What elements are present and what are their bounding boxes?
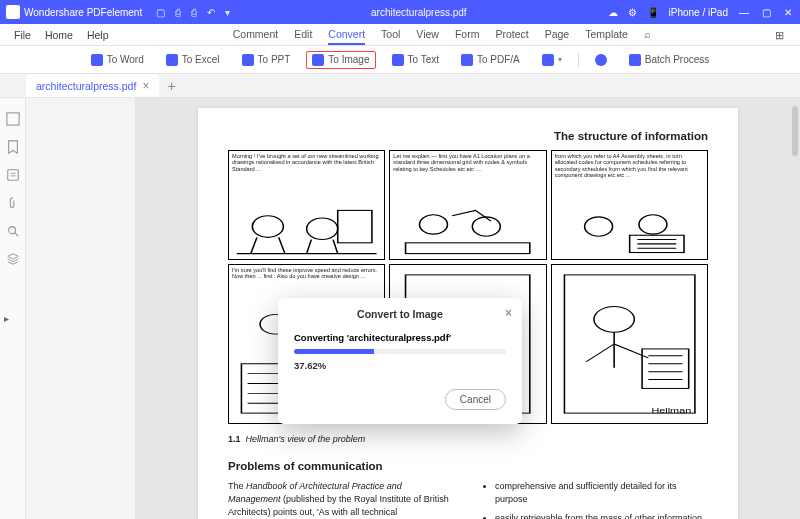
svg-point-6 — [252, 216, 283, 238]
svg-point-12 — [584, 217, 612, 236]
to-excel-button[interactable]: To Excel — [160, 51, 226, 69]
vertical-scrollbar[interactable] — [792, 106, 798, 156]
layers-icon[interactable] — [6, 252, 20, 266]
titlebar-quick-actions: ▢ ⎙ ⎙ ↶ ▾ — [156, 7, 230, 18]
to-ppt-label: To PPT — [258, 54, 291, 65]
convert-dialog: Convert to Image × Converting 'architect… — [278, 298, 522, 424]
menu-file[interactable]: File — [14, 29, 31, 41]
convert-toolbar: To Word To Excel To PPT To Image To Text… — [0, 46, 800, 74]
search-icon[interactable]: ⌕ — [644, 25, 651, 45]
svg-point-7 — [307, 218, 338, 240]
to-word-label: To Word — [107, 54, 144, 65]
minimize-button[interactable]: — — [738, 7, 750, 18]
workspace: ▸ The structure of information Morning !… — [0, 98, 800, 519]
print-icon[interactable]: ⎙ — [191, 7, 197, 18]
tab-tool[interactable]: Tool — [381, 25, 400, 45]
comic-panel: Morning ! I've brought a set of our new … — [228, 150, 385, 260]
body-text: The Handbook of Architectural Practice a… — [228, 481, 449, 519]
dialog-converting-label: Converting 'architecturalpress.pdf' — [294, 332, 506, 343]
close-window-button[interactable]: ✕ — [782, 7, 794, 18]
to-text-label: To Text — [408, 54, 440, 65]
book-title-italic: Handbook of Architectural Practice and M… — [228, 481, 402, 504]
to-text-button[interactable]: To Text — [386, 51, 446, 69]
notes-icon[interactable] — [6, 168, 20, 182]
open-icon[interactable]: ▢ — [156, 7, 165, 18]
figure-caption: 1.1 Hellman's view of the problem — [228, 434, 708, 444]
comic-caption: from which you refer to A4 Assembly shee… — [555, 153, 704, 179]
tab-form[interactable]: Form — [455, 25, 480, 45]
redo-icon[interactable]: ▾ — [225, 7, 230, 18]
more-formats-button[interactable]: ▾ — [536, 51, 568, 69]
tab-page[interactable]: Page — [545, 25, 570, 45]
tab-edit[interactable]: Edit — [294, 25, 312, 45]
prev-page-handle[interactable]: ▸ — [0, 309, 13, 328]
grid-icon[interactable]: ⊞ — [775, 29, 784, 41]
figure-number: 1.1 — [228, 434, 241, 444]
two-column-text: The Handbook of Architectural Practice a… — [228, 480, 708, 519]
share-icon[interactable]: ☁ — [608, 7, 618, 18]
dialog-title: Convert to Image × — [278, 298, 522, 326]
tab-protect[interactable]: Protect — [495, 25, 528, 45]
converting-filename: 'architecturalpress.pdf' — [347, 332, 451, 343]
app-name: Wondershare PDFelement — [24, 7, 142, 18]
svg-rect-8 — [338, 210, 372, 242]
word-icon — [91, 54, 103, 66]
toolbar-separator — [578, 52, 579, 68]
titlebar: Wondershare PDFelement ▢ ⎙ ⎙ ↶ ▾ archite… — [0, 0, 800, 24]
progress-percent: 37.62% — [294, 360, 506, 371]
phone-icon[interactable]: 📱 — [647, 7, 659, 18]
maximize-button[interactable]: ▢ — [760, 7, 772, 18]
ppt-icon — [242, 54, 254, 66]
to-image-button[interactable]: To Image — [306, 51, 375, 69]
figure-text: Hellman's view of the problem — [246, 434, 366, 444]
settings-icon[interactable]: ⚙ — [628, 7, 637, 18]
document-tab[interactable]: architecturalpress.pdf × — [26, 74, 159, 97]
search-nav-icon[interactable] — [6, 224, 20, 238]
tab-template[interactable]: Template — [585, 25, 628, 45]
batch-process-button[interactable]: Batch Process — [623, 51, 715, 69]
batch-icon — [629, 54, 641, 66]
svg-rect-20 — [564, 275, 694, 413]
menu-help[interactable]: Help — [87, 29, 109, 41]
menu-home[interactable]: Home — [45, 29, 73, 41]
document-tabbar: architecturalpress.pdf × + — [0, 74, 800, 98]
excel-icon — [166, 54, 178, 66]
tab-view[interactable]: View — [416, 25, 439, 45]
caret-down-icon: ▾ — [558, 55, 562, 64]
comic-caption: I'm sure you'll find these improve speed… — [232, 267, 381, 280]
section-heading: Problems of communication — [228, 460, 708, 472]
undo-icon[interactable]: ↶ — [207, 7, 215, 18]
app-logo-icon — [6, 5, 20, 19]
batch-settings-button[interactable] — [589, 51, 613, 69]
tab-convert[interactable]: Convert — [328, 25, 365, 45]
new-tab-button[interactable]: + — [167, 78, 175, 94]
device-label: iPhone / iPad — [669, 7, 729, 18]
save-icon[interactable]: ⎙ — [175, 7, 181, 18]
cancel-button[interactable]: Cancel — [445, 389, 506, 410]
to-ppt-button[interactable]: To PPT — [236, 51, 297, 69]
to-word-button[interactable]: To Word — [85, 51, 150, 69]
document-tab-label: architecturalpress.pdf — [36, 80, 136, 92]
tab-comment[interactable]: Comment — [233, 25, 279, 45]
menubar-right: ⊞ — [775, 29, 800, 41]
thumbnails-icon[interactable] — [6, 112, 20, 126]
right-column: comprehensive and sufficiently detailed … — [483, 480, 708, 519]
attachments-icon[interactable] — [6, 196, 20, 210]
dialog-close-icon[interactable]: × — [505, 306, 512, 320]
to-excel-label: To Excel — [182, 54, 220, 65]
more-icon — [542, 54, 554, 66]
svg-rect-22 — [642, 349, 689, 389]
page-title: The structure of information — [228, 130, 708, 142]
menubar-center: Comment Edit Convert Tool View Form Prot… — [233, 25, 651, 45]
comic-panel: from which you refer to A4 Assembly shee… — [551, 150, 708, 260]
pdfa-icon — [461, 54, 473, 66]
comic-panel: Let me explain — first you have A1 Locat… — [389, 150, 546, 260]
text-icon — [392, 54, 404, 66]
bookmark-icon[interactable] — [6, 140, 20, 154]
batch-process-label: Batch Process — [645, 54, 709, 65]
menubar-left: File Home Help — [0, 29, 109, 41]
close-tab-icon[interactable]: × — [142, 79, 149, 93]
svg-rect-1 — [7, 170, 18, 181]
progress-fill — [294, 349, 374, 354]
to-pdfa-button[interactable]: To PDF/A — [455, 51, 526, 69]
